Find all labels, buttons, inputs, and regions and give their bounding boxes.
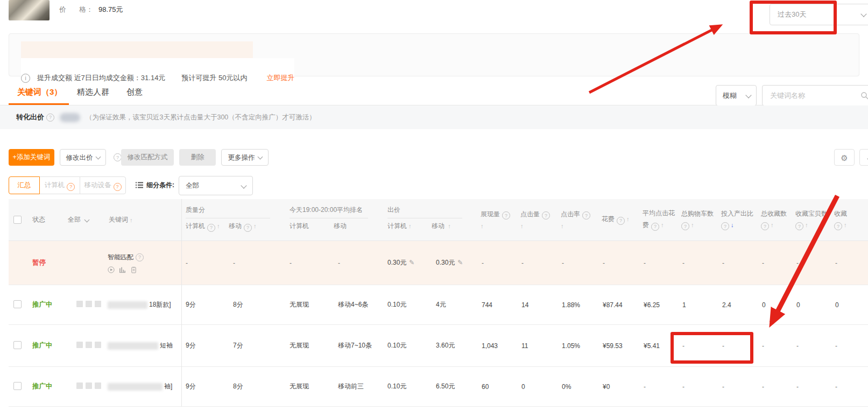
impressions-value: 60 bbox=[477, 383, 517, 391]
col-fav-total[interactable]: 总收藏数 ?↑ bbox=[758, 199, 792, 240]
col-avg-cost[interactable]: 平均点击花 费?↑ bbox=[639, 199, 678, 240]
select-all-checkbox[interactable] bbox=[13, 216, 22, 224]
tab-audience[interactable]: 精选人群 bbox=[77, 87, 109, 97]
bid-pc-value: 0.10元 bbox=[387, 382, 406, 390]
bar-chart-icon[interactable] bbox=[119, 266, 126, 273]
help-icon[interactable]: ? bbox=[834, 222, 842, 230]
segment-pc[interactable]: 计算机? bbox=[39, 176, 80, 194]
help-icon[interactable]: ? bbox=[114, 153, 122, 161]
help-icon[interactable]: ? bbox=[651, 223, 659, 231]
bid-pc-cell[interactable]: 0.10元 bbox=[383, 382, 432, 391]
sort-asc-icon: ↑ bbox=[520, 223, 524, 229]
help-icon[interactable]: ? bbox=[795, 222, 803, 230]
col-bid-pc[interactable]: 计算机↑ bbox=[387, 222, 432, 231]
col-clicks[interactable]: 点击量? ↑ bbox=[517, 199, 558, 240]
add-keyword-button[interactable]: +添加关键词 bbox=[9, 149, 54, 166]
segment-mobile[interactable]: 移动设备? bbox=[80, 176, 126, 194]
conversion-bid-toggle[interactable] bbox=[60, 113, 80, 122]
help-icon[interactable]: ? bbox=[114, 183, 122, 191]
clipboard-icon[interactable] bbox=[130, 266, 137, 273]
help-icon[interactable]: ? bbox=[67, 183, 75, 191]
edit-icon[interactable]: ✎ bbox=[409, 259, 414, 266]
row-checkbox[interactable] bbox=[13, 382, 22, 390]
fav-label: 总收藏数 bbox=[761, 209, 792, 218]
boost-now-link[interactable]: 立即提升 bbox=[266, 73, 294, 83]
fav-items-value: 0 bbox=[792, 301, 831, 309]
help-icon[interactable]: ? bbox=[681, 222, 689, 230]
sort-asc-icon: ↑ bbox=[691, 222, 694, 228]
keyword-search-input[interactable] bbox=[769, 86, 857, 105]
bid-pc-cell[interactable]: 0.10元 bbox=[383, 300, 432, 309]
keyword-cell: 智能匹配? bbox=[108, 253, 181, 273]
delete-button[interactable]: 删除 bbox=[179, 149, 216, 166]
clicks-value: - bbox=[517, 259, 558, 267]
col-fav-items[interactable]: 收藏宝贝数 ?↑ bbox=[792, 199, 831, 240]
segment-summary[interactable]: 汇总 bbox=[9, 176, 40, 194]
notice-estimate: 预计可提升 50元以内 bbox=[181, 73, 247, 83]
row-checkbox[interactable] bbox=[13, 341, 22, 349]
collapse-button[interactable] bbox=[859, 149, 868, 166]
segment-condition-select[interactable]: 全部 bbox=[179, 176, 253, 195]
tab-creative[interactable]: 创意 bbox=[126, 87, 143, 97]
column-settings-button[interactable]: ⚙ bbox=[834, 149, 855, 166]
fav-value: 0 bbox=[758, 301, 792, 309]
status-filter-dropdown[interactable]: 全部 bbox=[65, 199, 108, 240]
status-badge: 推广中 bbox=[30, 382, 65, 391]
help-icon[interactable]: ? bbox=[46, 114, 54, 122]
roi-label: 投入产出比 bbox=[721, 209, 758, 218]
help-icon[interactable]: ? bbox=[136, 253, 144, 261]
bid-pc-cell[interactable]: 0.10元 bbox=[383, 341, 432, 350]
bid-mobile-cell[interactable]: 6.50元 bbox=[432, 382, 477, 391]
modify-match-button[interactable]: 修改匹配方式 bbox=[121, 149, 174, 166]
col-quality-pc[interactable]: 计算机?↑ bbox=[186, 222, 229, 232]
help-icon[interactable]: ? bbox=[761, 222, 769, 230]
bid-pc-value: 0.30元 bbox=[387, 259, 406, 266]
more-actions-button[interactable]: 更多操作 bbox=[221, 149, 269, 166]
table-row: 推广中 18新款] 9分 8分 无展现 移动4~6条 0.10元 4元 744 … bbox=[9, 285, 868, 325]
help-icon[interactable]: ? bbox=[244, 224, 252, 232]
impressions-label: 展现量 bbox=[481, 210, 500, 218]
ctr-value: 1.88% bbox=[558, 301, 598, 309]
sort-asc-icon: ↑ bbox=[844, 222, 847, 228]
conversion-bid-bar: 转化出价 ? （为保证效果，该宝贝近3天累计点击量大于300（不含定向推广）才可… bbox=[0, 105, 868, 129]
edit-icon[interactable]: ✎ bbox=[457, 259, 463, 266]
tab-keywords[interactable]: 关键词（3） bbox=[17, 87, 62, 97]
help-icon[interactable]: ? bbox=[542, 211, 550, 219]
help-icon[interactable]: ? bbox=[617, 217, 625, 225]
avg-cost-value: - bbox=[639, 383, 678, 391]
chevron-down-icon bbox=[95, 154, 101, 160]
bid-mobile-cell[interactable]: 4元 bbox=[432, 300, 477, 309]
play-circle-icon[interactable] bbox=[108, 266, 115, 273]
match-mode-select[interactable]: 模糊 bbox=[716, 85, 757, 106]
bid-pc-cell[interactable]: 0.30元✎ bbox=[383, 258, 432, 267]
sort-asc-icon: ↑ bbox=[626, 216, 630, 222]
help-icon[interactable]: ? bbox=[502, 211, 510, 219]
ctr-value: 0% bbox=[558, 383, 598, 391]
search-icon[interactable] bbox=[860, 91, 868, 100]
col-keyword[interactable]: 关键词↑ bbox=[108, 199, 181, 240]
extra-value: - bbox=[831, 259, 868, 267]
col-fav-cut[interactable]: 收藏 ?↑ bbox=[831, 199, 868, 240]
price-value: 98.75元 bbox=[98, 5, 123, 15]
col-roi[interactable]: 投入产出比 ?↓ bbox=[718, 199, 758, 240]
mobile-label: 移动 bbox=[229, 222, 242, 230]
row-checkbox-cell bbox=[9, 382, 30, 392]
help-icon[interactable]: ? bbox=[721, 222, 729, 230]
row-checkbox[interactable] bbox=[13, 300, 22, 308]
info-icon: i bbox=[21, 74, 30, 83]
col-impressions[interactable]: 展现量? ↑ bbox=[477, 199, 517, 240]
col-cart-total[interactable]: 总购物车数 ?↑ bbox=[678, 199, 718, 240]
help-icon[interactable]: ? bbox=[207, 224, 215, 232]
modify-bid-button[interactable]: 修改出价 bbox=[60, 149, 106, 166]
date-range-select[interactable]: 过去30天 bbox=[770, 4, 868, 25]
col-bid-mobile[interactable]: 移动 ↑ bbox=[432, 222, 451, 231]
sort-asc-icon: ↑ bbox=[448, 223, 451, 229]
bid-mobile-cell[interactable]: 3.60元 bbox=[432, 341, 477, 350]
bid-mobile-cell[interactable]: 0.30元✎ bbox=[432, 258, 477, 267]
col-quality-mobile[interactable]: 移动?↑ bbox=[229, 222, 257, 232]
help-icon[interactable]: ? bbox=[582, 211, 590, 219]
col-ctr[interactable]: 点击率? ↑ bbox=[558, 199, 598, 240]
sort-asc-icon: ↑ bbox=[408, 223, 412, 229]
extra-value: - bbox=[831, 383, 868, 391]
col-cost[interactable]: 花费?↑ bbox=[598, 199, 639, 240]
